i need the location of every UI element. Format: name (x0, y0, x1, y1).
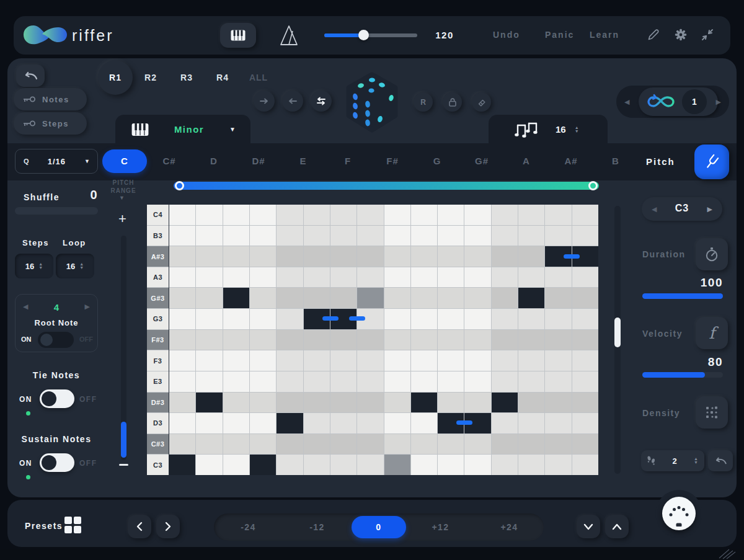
grid-cell-d3-13[interactable] (492, 413, 518, 433)
grid-cell-c3-8[interactable] (357, 455, 383, 475)
step-walk-stepper[interactable]: 2 ▲▼ (641, 450, 704, 471)
steps-stepper[interactable]: 16 ▲▼ (15, 254, 53, 278)
grid-cell-ds3-2[interactable] (196, 393, 222, 413)
grid-cell-b3-5[interactable] (277, 226, 303, 246)
grid-cell-cs3-15[interactable] (545, 434, 571, 455)
grid-cell-cs3-10[interactable] (411, 434, 437, 455)
scale-dropdown-arrow[interactable]: ▼ (229, 126, 236, 133)
pitch-range-thumb[interactable] (121, 422, 126, 458)
grid-cell-b3-6[interactable] (304, 226, 330, 246)
note-key-a[interactable]: A (504, 149, 549, 173)
note-length-stepper[interactable]: ▲▼ (575, 126, 579, 133)
grid-cell-fs3-16[interactable] (572, 330, 598, 350)
grid-cell-c4-8[interactable] (357, 205, 383, 225)
grid-cell-f3-16[interactable] (572, 350, 598, 371)
grid-cell-c4-11[interactable] (438, 205, 464, 225)
grid-cell-a3-10[interactable] (411, 267, 437, 288)
grid-cell-gs3-9[interactable] (384, 288, 410, 308)
root-note-next-arrow[interactable]: ▶ (85, 303, 90, 311)
grid-cell-as3-6[interactable] (304, 246, 330, 267)
tie-marker[interactable] (564, 254, 580, 259)
grid-cell-as3-8[interactable] (357, 246, 383, 267)
grid-cell-c4-5[interactable] (277, 205, 303, 225)
grid-cell-d3-14[interactable] (518, 413, 544, 433)
grid-cell-ds3-4[interactable] (250, 393, 276, 413)
transpose-option-0[interactable]: 0 (352, 516, 406, 538)
grid-cell-ds3-8[interactable] (357, 393, 383, 413)
transpose-option-m12[interactable]: -12 (283, 522, 352, 532)
grid-cell-ds3-14[interactable] (518, 393, 544, 413)
note-key-gs[interactable]: G# (459, 149, 504, 173)
grid-cell-d3-15[interactable] (545, 413, 571, 433)
grid-cell-d3-10[interactable] (411, 413, 437, 433)
back-button[interactable] (16, 64, 45, 87)
grid-cell-cs3-2[interactable] (196, 434, 222, 455)
octave-down-button[interactable] (577, 515, 600, 538)
loop-stepper[interactable]: 16 ▲▼ (56, 254, 94, 278)
grid-cell-f3-2[interactable] (196, 350, 222, 371)
grid-cell-as3-7[interactable] (330, 246, 356, 267)
velocity-slider[interactable] (642, 372, 723, 378)
transpose-option-p24[interactable]: +24 (475, 522, 544, 532)
grid-cell-f3-3[interactable] (223, 350, 249, 371)
grid-cell-c3-16[interactable] (572, 455, 598, 475)
grid-cell-ds3-11[interactable] (438, 393, 464, 413)
grid-cell-e3-13[interactable] (492, 371, 518, 392)
shuffle-slider[interactable] (15, 207, 98, 215)
grid-cell-e3-4[interactable] (250, 371, 276, 392)
grid-cell-e3-9[interactable] (384, 371, 410, 392)
grid-cell-fs3-10[interactable] (411, 330, 437, 350)
grid-cell-as3-10[interactable] (411, 246, 437, 267)
grid-cell-ds3-15[interactable] (545, 393, 571, 413)
grid-cell-g3-5[interactable] (277, 309, 303, 329)
grid-cell-as3-11[interactable] (438, 246, 464, 267)
settings-gear-icon[interactable] (674, 28, 688, 42)
grid-cell-e3-7[interactable] (330, 371, 356, 392)
grid-cell-e3-6[interactable] (304, 371, 330, 392)
loop-inner-pill[interactable]: 1 (639, 87, 718, 116)
metronome-icon[interactable] (278, 24, 300, 47)
grid-cell-b3-4[interactable] (250, 226, 276, 246)
resize-collapse-icon[interactable] (701, 28, 714, 42)
quantize-dropdown[interactable]: Q 1/16 ▼ (15, 149, 98, 174)
randomize-rhythm-button[interactable]: R (414, 92, 433, 112)
grid-cell-d3-16[interactable] (572, 413, 598, 433)
grid-cell-c3-11[interactable] (438, 455, 464, 475)
grid-cell-g3-13[interactable] (492, 309, 518, 329)
grid-cell-c3-15[interactable] (545, 455, 571, 475)
grid-cell-cs3-11[interactable] (438, 434, 464, 455)
grid-cell-d3-5[interactable] (277, 413, 303, 433)
octave-next-arrow[interactable]: ▶ (707, 205, 712, 213)
grid-cell-b3-7[interactable] (330, 226, 356, 246)
root-note-toggle[interactable] (38, 332, 74, 348)
grid-cell-ds3-5[interactable] (277, 393, 303, 413)
grid-cell-gs3-1[interactable] (169, 288, 195, 308)
shift-left-button[interactable] (282, 91, 303, 112)
loop-next-arrow[interactable]: ▶ (716, 98, 721, 106)
grid-cell-b3-16[interactable] (572, 226, 598, 246)
grid-cell-e3-12[interactable] (464, 371, 490, 392)
grid-cell-fs3-9[interactable] (384, 330, 410, 350)
riff-tab-r3[interactable]: R3 (169, 73, 205, 82)
grid-cell-e3-10[interactable] (411, 371, 437, 392)
grid-cell-f3-7[interactable] (330, 350, 356, 371)
grid-cell-e3-11[interactable] (438, 371, 464, 392)
grid-cell-as3-2[interactable] (196, 246, 222, 267)
grid-cell-gs3-5[interactable] (277, 288, 303, 308)
grid-cell-a3-14[interactable] (518, 267, 544, 288)
grid-cell-gs3-2[interactable] (196, 288, 222, 308)
grid-cell-c3-10[interactable] (411, 455, 437, 475)
grid-cell-b3-3[interactable] (223, 226, 249, 246)
grid-cell-cs3-4[interactable] (250, 434, 276, 455)
grid-cell-f3-11[interactable] (438, 350, 464, 371)
grid-cell-fs3-12[interactable] (464, 330, 490, 350)
grid-cell-g3-12[interactable] (464, 309, 490, 329)
grid-cell-fs3-6[interactable] (304, 330, 330, 350)
preset-next-button[interactable] (156, 515, 180, 538)
riff-tab-r4[interactable]: R4 (205, 73, 241, 82)
note-key-d[interactable]: D (192, 149, 236, 173)
riff-tab-all[interactable]: ALL (241, 73, 277, 82)
grid-cell-gs3-16[interactable] (572, 288, 598, 308)
grid-cell-a3-8[interactable] (357, 267, 383, 288)
grid-cell-a3-4[interactable] (250, 267, 276, 288)
